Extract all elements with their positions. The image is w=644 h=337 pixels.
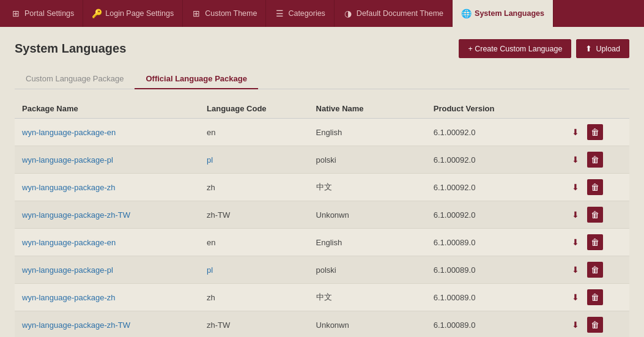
page-header: System Languages + Create Custom Languag… [15, 39, 629, 58]
nav-item-label-portal-settings: Portal Settings [24, 9, 74, 18]
table-row: wyn-language-package-zh-TWzh-TWUnkonwn6.… [15, 311, 629, 338]
table-row: wyn-language-package-enenEnglish6.1.0009… [15, 119, 629, 146]
action-buttons: ⬇🗑 [568, 317, 622, 333]
delete-button[interactable]: 🗑 [587, 179, 603, 195]
action-buttons: ⬇🗑 [568, 152, 622, 168]
download-button[interactable]: ⬇ [568, 152, 583, 168]
cell-native-name: 中文 [309, 284, 426, 311]
col-header-native-name: Native Name [309, 99, 426, 119]
nav-item-categories[interactable]: ☰Categories [266, 0, 334, 27]
download-button[interactable]: ⬇ [568, 207, 583, 223]
nav-item-label-default-document-theme: Default Document Theme [357, 9, 443, 18]
delete-button[interactable]: 🗑 [587, 289, 603, 305]
delete-button[interactable]: 🗑 [587, 234, 603, 250]
cell-native-name: polski [309, 146, 426, 174]
table-header-row: Package Name Language Code Native Name P… [15, 99, 629, 119]
nav-item-custom-theme[interactable]: ⊞Custom Theme [183, 0, 266, 27]
tab-official[interactable]: Official Language Package [135, 69, 257, 89]
upload-button[interactable]: ⬆ Upload [576, 39, 629, 58]
cell-language-code[interactable]: pl [199, 256, 308, 284]
cell-actions: ⬇🗑 [560, 284, 629, 311]
cell-package-name: wyn-language-package-zh-TW [15, 311, 199, 338]
col-header-product-version: Product Version [426, 99, 561, 119]
custom-theme-icon: ⊞ [191, 9, 201, 18]
table-row: wyn-language-package-zh-TWzh-TWUnkonwn6.… [15, 201, 629, 229]
cell-product-version: 6.1.00092.0 [426, 119, 561, 146]
nav-item-portal-settings[interactable]: ⊞Portal Settings [2, 0, 83, 27]
cell-language-code[interactable]: pl [199, 146, 308, 174]
cell-product-version: 6.1.00089.0 [426, 229, 561, 256]
main-content: System Languages + Create Custom Languag… [0, 27, 644, 337]
nav-item-login-page-settings[interactable]: 🔑Login Page Settings [83, 0, 183, 27]
col-header-package-name: Package Name [15, 99, 199, 119]
nav-item-label-custom-theme: Custom Theme [205, 9, 257, 18]
cell-actions: ⬇🗑 [560, 174, 629, 201]
table-row: wyn-language-package-plplpolski6.1.00092… [15, 146, 629, 174]
nav-item-label-system-languages: System Languages [475, 9, 544, 18]
download-button[interactable]: ⬇ [568, 179, 583, 195]
cell-product-version: 6.1.00089.0 [426, 284, 561, 311]
delete-button[interactable]: 🗑 [587, 207, 603, 223]
action-buttons: ⬇🗑 [568, 289, 622, 305]
cell-native-name: polski [309, 256, 426, 284]
default-document-theme-icon: ◑ [343, 9, 353, 18]
header-buttons: + Create Custom Language ⬆ Upload [459, 39, 629, 58]
cell-package-name: wyn-language-package-pl [15, 256, 199, 284]
cell-package-name: wyn-language-package-en [15, 119, 199, 146]
cell-native-name: Unkonwn [309, 311, 426, 338]
cell-product-version: 6.1.00092.0 [426, 201, 561, 229]
col-header-language-code: Language Code [199, 99, 308, 119]
col-header-actions [560, 99, 629, 119]
action-buttons: ⬇🗑 [568, 124, 622, 140]
nav-item-default-document-theme[interactable]: ◑Default Document Theme [335, 0, 453, 27]
delete-button[interactable]: 🗑 [587, 262, 603, 278]
download-button[interactable]: ⬇ [568, 262, 583, 278]
cell-language-code: en [199, 119, 308, 146]
cell-actions: ⬇🗑 [560, 311, 629, 338]
cell-package-name: wyn-language-package-pl [15, 146, 199, 174]
action-buttons: ⬇🗑 [568, 234, 622, 250]
login-page-settings-icon: 🔑 [92, 9, 102, 18]
table-row: wyn-language-package-zhzh中文6.1.00089.0⬇🗑 [15, 284, 629, 311]
delete-button[interactable]: 🗑 [587, 124, 603, 140]
cell-actions: ⬇🗑 [560, 119, 629, 146]
action-buttons: ⬇🗑 [568, 179, 622, 195]
create-custom-language-button[interactable]: + Create Custom Language [459, 39, 571, 58]
cell-language-code: zh-TW [199, 311, 308, 338]
cell-native-name: English [309, 229, 426, 256]
cell-package-name: wyn-language-package-zh [15, 284, 199, 311]
categories-icon: ☰ [275, 9, 284, 18]
cell-package-name: wyn-language-package-zh-TW [15, 201, 199, 229]
cell-product-version: 6.1.00089.0 [426, 256, 561, 284]
tab-custom[interactable]: Custom Language Package [15, 69, 135, 89]
languages-table: Package Name Language Code Native Name P… [15, 99, 629, 337]
cell-actions: ⬇🗑 [560, 146, 629, 174]
cell-native-name: Unkonwn [309, 201, 426, 229]
download-button[interactable]: ⬇ [568, 234, 583, 250]
download-button[interactable]: ⬇ [568, 124, 583, 140]
nav-item-label-categories: Categories [288, 9, 325, 18]
table-row: wyn-language-package-plplpolski6.1.00089… [15, 256, 629, 284]
nav-item-system-languages[interactable]: 🌐System Languages [453, 0, 553, 27]
cell-product-version: 6.1.00092.0 [426, 146, 561, 174]
cell-actions: ⬇🗑 [560, 229, 629, 256]
cell-language-code: en [199, 229, 308, 256]
cell-language-code: zh [199, 284, 308, 311]
nav-item-label-login-page-settings: Login Page Settings [105, 9, 174, 18]
action-buttons: ⬇🗑 [568, 262, 622, 278]
tab-bar: Custom Language PackageOfficial Language… [15, 69, 629, 89]
action-buttons: ⬇🗑 [568, 207, 622, 223]
cell-product-version: 6.1.00089.0 [426, 311, 561, 338]
upload-icon: ⬆ [585, 44, 592, 53]
delete-button[interactable]: 🗑 [587, 317, 603, 333]
download-button[interactable]: ⬇ [568, 289, 583, 305]
portal-settings-icon: ⊞ [11, 9, 21, 18]
cell-native-name: English [309, 119, 426, 146]
table-row: wyn-language-package-enenEnglish6.1.0008… [15, 229, 629, 256]
system-languages-icon: 🌐 [461, 9, 471, 18]
cell-native-name: 中文 [309, 174, 426, 201]
table-row: wyn-language-package-zhzh中文6.1.00092.0⬇🗑 [15, 174, 629, 201]
cell-actions: ⬇🗑 [560, 201, 629, 229]
delete-button[interactable]: 🗑 [587, 152, 603, 168]
download-button[interactable]: ⬇ [568, 317, 583, 333]
